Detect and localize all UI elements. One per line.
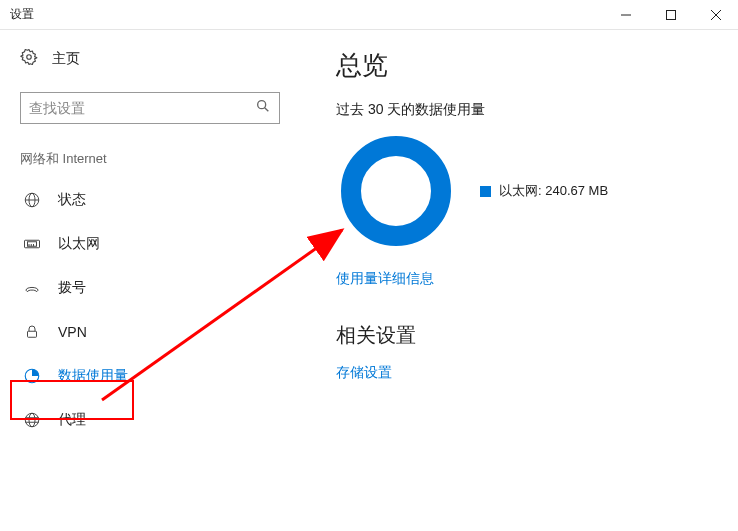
search-icon — [255, 98, 271, 118]
legend-swatch — [480, 186, 491, 197]
period-label: 过去 30 天的数据使用量 — [336, 101, 718, 119]
home-button[interactable]: 主页 — [20, 48, 290, 70]
donut-chart — [336, 131, 456, 251]
sidebar-item-status[interactable]: 状态 — [20, 178, 290, 222]
sidebar: 主页 网络和 Internet 状态 — [0, 30, 310, 531]
sidebar-item-label: 数据使用量 — [58, 367, 128, 385]
search-field[interactable] — [29, 100, 249, 116]
svg-point-18 — [29, 413, 35, 427]
svg-point-4 — [27, 55, 32, 60]
svg-rect-15 — [28, 331, 37, 337]
svg-point-5 — [258, 101, 266, 109]
category-header: 网络和 Internet — [20, 150, 290, 168]
search-input[interactable] — [20, 92, 280, 124]
window-title: 设置 — [10, 6, 34, 23]
legend-label: 以太网: 240.67 MB — [499, 182, 608, 200]
usage-chart-row: 以太网: 240.67 MB — [336, 131, 718, 251]
sidebar-item-label: 以太网 — [58, 235, 100, 253]
main-panel: 总览 过去 30 天的数据使用量 以太网: 240.67 MB 使用量详细信息 … — [310, 30, 738, 531]
storage-settings-link[interactable]: 存储设置 — [336, 364, 392, 382]
ethernet-icon — [22, 235, 42, 253]
gear-icon — [20, 48, 38, 70]
maximize-button[interactable] — [648, 0, 693, 30]
window-controls — [603, 0, 738, 30]
svg-point-17 — [25, 413, 39, 427]
sidebar-item-label: 拨号 — [58, 279, 86, 297]
content-area: 主页 网络和 Internet 状态 — [0, 30, 738, 531]
page-heading: 总览 — [336, 48, 718, 83]
sidebar-item-label: VPN — [58, 324, 87, 340]
legend-item: 以太网: 240.67 MB — [480, 182, 608, 200]
svg-point-21 — [351, 146, 441, 236]
sidebar-item-proxy[interactable]: 代理 — [20, 398, 290, 442]
sidebar-item-data-usage[interactable]: 数据使用量 — [20, 354, 290, 398]
titlebar: 设置 — [0, 0, 738, 30]
sidebar-item-dialup[interactable]: 拨号 — [20, 266, 290, 310]
minimize-button[interactable] — [603, 0, 648, 30]
svg-rect-1 — [666, 10, 675, 19]
related-heading: 相关设置 — [336, 322, 718, 349]
dialup-icon — [22, 279, 42, 297]
globe-icon — [22, 191, 42, 209]
home-label: 主页 — [52, 50, 80, 68]
sidebar-item-label: 状态 — [58, 191, 86, 209]
vpn-icon — [22, 323, 42, 341]
data-usage-icon — [22, 367, 42, 385]
usage-details-link[interactable]: 使用量详细信息 — [336, 270, 434, 288]
svg-line-6 — [265, 108, 269, 112]
sidebar-item-label: 代理 — [58, 411, 86, 429]
proxy-icon — [22, 411, 42, 429]
sidebar-item-vpn[interactable]: VPN — [20, 310, 290, 354]
sidebar-item-ethernet[interactable]: 以太网 — [20, 222, 290, 266]
close-button[interactable] — [693, 0, 738, 30]
